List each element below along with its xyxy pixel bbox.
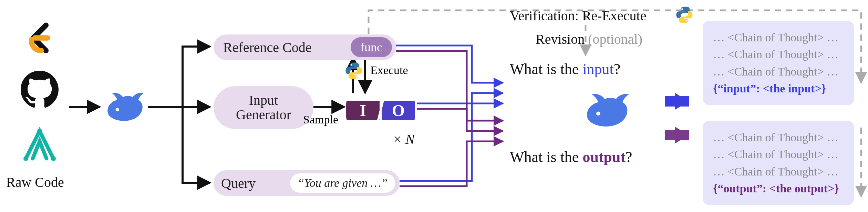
python-icon bbox=[675, 6, 694, 26]
cot-output-box: … <Chain of Thought> … … <Chain of Thoug… bbox=[703, 121, 854, 205]
cot-line: … <Chain of Thought> … bbox=[713, 129, 844, 146]
sample-label: Sample bbox=[303, 113, 338, 126]
reference-code-label: Reference Code bbox=[223, 39, 312, 55]
question-output: What is the output? bbox=[510, 148, 632, 166]
svg-point-1 bbox=[23, 156, 28, 161]
whale-icon bbox=[582, 90, 634, 132]
execute-label: Execute bbox=[370, 64, 408, 77]
python-icon bbox=[344, 61, 363, 81]
svg-point-6 bbox=[681, 8, 683, 10]
cot-line: … <Chain of Thought> … bbox=[713, 63, 844, 80]
io-i-label: I bbox=[346, 101, 380, 120]
svg-point-2 bbox=[51, 156, 56, 161]
times-n-label: × N bbox=[393, 131, 415, 147]
query-box: Query “You are given …” bbox=[214, 170, 400, 196]
svg-point-8 bbox=[596, 112, 600, 116]
svg-point-0 bbox=[37, 129, 42, 133]
cot-line: … <Chain of Thought> … bbox=[713, 146, 844, 163]
func-badge: func bbox=[351, 37, 392, 57]
question-input: What is the input? bbox=[510, 60, 620, 78]
arrow-to-input-box bbox=[675, 93, 689, 110]
github-icon bbox=[21, 71, 59, 110]
svg-point-4 bbox=[351, 64, 352, 65]
cot-input-json: {“input”: <the input>} bbox=[713, 80, 844, 97]
svg-point-3 bbox=[116, 108, 119, 111]
cot-line: … <Chain of Thought> … bbox=[713, 163, 844, 180]
cot-line: … <Chain of Thought> … bbox=[713, 46, 844, 63]
verification-label: Verification: Re-Execute bbox=[510, 8, 646, 24]
cot-line: … <Chain of Thought> … bbox=[713, 29, 844, 46]
svg-point-5 bbox=[355, 76, 357, 77]
ai-source-icon bbox=[19, 124, 60, 167]
query-text: “You are given …” bbox=[290, 173, 395, 193]
io-block: I O bbox=[346, 94, 415, 127]
query-label: Query bbox=[221, 175, 256, 191]
input-generator-label: InputGenerator bbox=[236, 93, 291, 122]
revision-label: Revision (optional) bbox=[536, 31, 642, 47]
reference-code-box: Reference Code func bbox=[214, 34, 396, 60]
input-generator-box: InputGenerator bbox=[214, 86, 313, 129]
svg-point-7 bbox=[686, 20, 688, 21]
whale-icon bbox=[103, 88, 148, 127]
io-o-label: O bbox=[382, 101, 415, 120]
raw-code-label: Raw Code bbox=[6, 174, 64, 190]
arrow-to-output-box bbox=[675, 127, 689, 143]
leetcode-icon bbox=[21, 19, 59, 58]
cot-input-box: … <Chain of Thought> … … <Chain of Thoug… bbox=[703, 21, 854, 105]
cot-output-json: {“output”: <the output>} bbox=[713, 180, 844, 197]
